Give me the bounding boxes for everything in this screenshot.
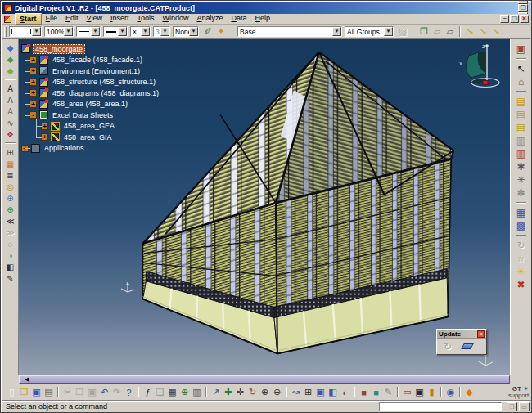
menu-view[interactable]: View [83,13,106,25]
chevron-down-icon[interactable]: ▼ [141,27,150,36]
menu-analyze[interactable]: Analyze [193,13,228,25]
tree-item-label[interactable]: Excel Data Sheets [51,111,115,119]
annotation-leader-icon[interactable]: A [4,105,16,117]
tree-expander[interactable]: - [29,111,37,119]
filter-layer-icon[interactable]: ▦ [4,158,16,169]
tree-item-enviroment[interactable]: +Enviroment (Enviroment.1) [20,65,184,77]
video-camera-icon[interactable]: ◉ [444,386,457,399]
product-window-icon[interactable]: ▣ [514,43,529,56]
smart-update-button[interactable] [459,340,476,352]
tree-item-label[interactable]: Applications [43,144,86,152]
compass-tool-icon[interactable]: ◆ [463,386,476,399]
chevron-down-icon[interactable]: ▼ [189,27,198,36]
point-symbol-combo[interactable]: ×▼ [130,26,151,37]
tree-expander[interactable]: + [29,56,37,64]
report-sheet-icon[interactable]: ▥ [514,147,529,160]
link-export-icon[interactable]: ↘ [476,25,489,38]
menu-data[interactable]: Data [228,13,251,25]
select-arrow-icon[interactable]: ↖ [514,62,529,75]
globe-session-icon[interactable]: ⊕ [4,192,16,204]
light-bulb-off-icon[interactable]: ✖ [514,278,529,291]
chevron-down-icon[interactable]: ▼ [160,27,169,36]
scroll-left-arrow-icon[interactable]: ◀ [25,376,29,383]
base-combo[interactable]: Base▼ [237,26,342,37]
quick-view-icon[interactable]: ▣ [314,386,327,399]
data-sheet-icon[interactable]: ▤ [514,95,529,108]
sketch-tracer-icon[interactable]: ✎ [382,386,394,399]
network-links-icon[interactable]: ≣ [4,169,16,181]
sketch-pen-icon[interactable]: ✎ [4,272,16,284]
groups-combo[interactable]: All Groups▼ [345,26,394,37]
menu-edit[interactable]: Edit [61,13,83,25]
open-folder-icon[interactable]: ❐ [18,386,30,399]
part-solid-green-icon[interactable]: ◆ [4,53,16,65]
tree-structure-icon[interactable]: ⊞ [4,146,16,158]
annotation-note-icon[interactable]: A [4,94,16,105]
update-palette-titlebar[interactable]: Update × [437,330,486,339]
notes-pad-icon[interactable]: ▥ [514,134,529,147]
power-input-button[interactable]: ▭ [519,402,530,411]
tree-item-excel[interactable]: -Excel Data Sheets [20,110,184,121]
maximize-button[interactable]: ❐ [518,4,528,12]
zoom-out-icon[interactable]: ⊖ [271,386,283,399]
eraser-icon[interactable]: ▱ [431,25,444,38]
save-icon[interactable]: ▣ [30,386,43,399]
chevron-down-icon[interactable]: ▼ [118,27,127,36]
chevron-down-icon[interactable]: ▼ [32,27,41,36]
iso-view-icon[interactable]: ◧ [327,386,339,399]
comment-bubble-icon[interactable]: ❑ [154,386,166,399]
gear-batch-icon[interactable]: ✳ [514,173,529,186]
paint-properties-icon[interactable]: ✐ [201,25,214,38]
snapshot-icon[interactable]: ▣ [413,386,426,399]
lasso-select-icon[interactable]: ∿ [4,117,16,128]
fly-mode-icon[interactable]: ↗ [210,386,222,399]
title-bar[interactable]: Digital Project V1 .R2 - [458_moorgate.C… [2,2,530,14]
gear-process-icon[interactable]: ✱ [514,160,529,173]
tree-item-label[interactable]: Enviroment (Enviroment.1) [51,67,142,75]
look-at-view-icon[interactable]: ⌂ [514,75,529,88]
thickness-combo[interactable]: 3▼ [153,26,170,37]
data-panel-icon[interactable]: ▥ [191,386,203,399]
minimize-button[interactable]: − [500,15,509,23]
screen-layout-icon[interactable]: ▦ [514,206,529,219]
web-publish-icon[interactable]: ⊕ [178,386,191,399]
data-sheet-new-icon[interactable]: ▤ [514,121,529,134]
menu-window[interactable]: Window [158,13,192,25]
render-style-icon[interactable]: ◐ [339,386,351,399]
tree-item-applications[interactable]: +Applications [20,143,184,155]
close-icon[interactable]: × [477,330,485,338]
light-bulb-on-icon[interactable]: ☀ [514,265,529,278]
menu-help[interactable]: Help [251,13,275,25]
tree-item-label[interactable]: 458_diagrams (458_diagrams.1) [51,89,160,97]
link-sync-icon[interactable]: ↘ [489,25,503,38]
data-sheet-open-icon[interactable]: ▤ [514,108,529,121]
pan-icon[interactable]: ✛ [234,386,246,399]
capture-icon[interactable]: ❐ [417,25,431,38]
tree-item-458_area[interactable]: +458_area (458_area.1) [20,99,184,110]
tree-item-458_area_gea[interactable]: +458_area_GEA [20,121,184,132]
command-history-button[interactable]: ❒ [507,402,517,411]
tree-item-458_diagrams[interactable]: +458_diagrams (458_diagrams.1) [20,88,184,99]
tree-item-label[interactable]: 458_facade (458_facade.1) [51,56,144,64]
calculator-icon[interactable]: ▦ [166,386,178,399]
tree-item-label[interactable]: 458_structure (458_structure.1) [51,78,157,86]
annotation-text-icon[interactable]: A [4,83,16,94]
undo-icon[interactable]: ↶ [98,386,110,399]
scale-combo[interactable]: 100%▼ [44,26,74,37]
part-solid-blue-icon[interactable]: ◆ [4,42,16,53]
color-combo[interactable]: ▼ [9,26,42,37]
gt-support-logo[interactable]: GT ✶ support [493,385,529,399]
menu-file[interactable]: File [42,13,62,25]
box-shaded-icon[interactable]: ■ [358,386,370,399]
tree-expander[interactable]: + [41,133,48,141]
shade-toggle-icon[interactable]: ◧ [4,261,16,272]
chevron-down-icon[interactable]: ▼ [64,27,73,36]
eraser-alt-icon[interactable]: ▱ [444,25,457,38]
multi-view-icon[interactable]: ⊞ [302,386,314,399]
tree-item-458_facade[interactable]: +458_facade (458_facade.1) [20,55,184,66]
3d-viewport[interactable]: 458_moorgate+458_facade (458_facade.1)+E… [19,39,510,375]
skip-to-start-icon[interactable]: ≪ [4,215,16,227]
menu-start[interactable]: Start [15,13,42,25]
line-weight-combo[interactable]: ▼ [103,26,128,37]
tree-expander[interactable]: + [29,89,37,97]
